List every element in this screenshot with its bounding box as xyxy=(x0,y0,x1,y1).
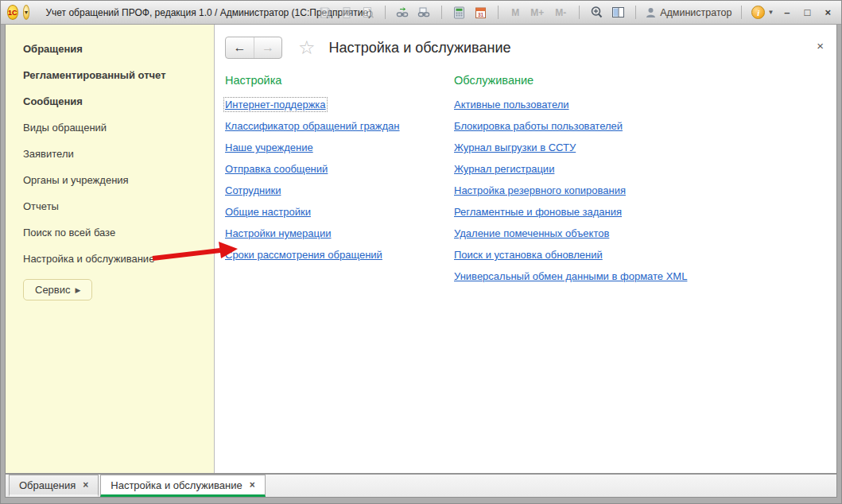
window-tab[interactable]: Настройка и обслуживание × xyxy=(100,475,265,497)
chevron-right-icon: ▶ xyxy=(76,286,81,294)
sidebar-item[interactable]: Заявители xyxy=(23,141,214,167)
toolbar-separator xyxy=(498,6,499,19)
settings-link[interactable]: Общие настройки xyxy=(225,206,311,218)
main-content: ← → ☆ Настройка и обслуживание × Настрой… xyxy=(215,25,836,473)
list-item: Журнал выгрузки в ССТУ xyxy=(454,137,687,158)
print-preview-icon[interactable] xyxy=(360,6,375,20)
sidebar-item[interactable]: Обращения xyxy=(23,36,214,62)
column-settings: Настройка Интернет-поддержка Классификат… xyxy=(225,74,454,287)
list-item: Сотрудники xyxy=(225,180,454,201)
service-button[interactable]: Сервис ▶ xyxy=(23,279,92,300)
chevron-down-icon: ▼ xyxy=(767,9,774,16)
main-menu-button[interactable]: ▼ xyxy=(23,5,30,20)
list-item: Настройки нумерации xyxy=(225,223,454,244)
zoom-icon[interactable] xyxy=(589,6,604,20)
favorite-star-icon[interactable]: ☆ xyxy=(298,38,316,57)
list-item: Поиск и установка обновлений xyxy=(454,244,687,266)
memory-buttons: MM+M- xyxy=(508,7,569,18)
maintenance-link[interactable]: Активные пользователи xyxy=(454,99,569,110)
sidebar-item[interactable]: Виды обращений xyxy=(23,114,214,141)
forward-button[interactable]: → xyxy=(254,37,281,58)
tab-label: Настройка и обслуживание xyxy=(111,479,242,491)
list-item: Настройка резервного копирования xyxy=(454,180,687,201)
sidebar: Обращения Регламентированный отчет Сообщ… xyxy=(6,25,215,473)
split-window-icon[interactable] xyxy=(611,6,626,20)
list-item: Общие настройки xyxy=(225,201,454,223)
settings-link[interactable]: Наше учреждение xyxy=(225,142,313,153)
settings-link[interactable]: Интернет-поддержка xyxy=(225,99,326,110)
service-button-label: Сервис xyxy=(35,284,71,296)
list-item: Наше учреждение xyxy=(225,137,454,158)
list-item: Отправка сообщений xyxy=(225,158,454,180)
maintenance-link[interactable]: Журнал выгрузки в ССТУ xyxy=(454,142,576,153)
print-icon[interactable] xyxy=(339,6,354,20)
window-tab[interactable]: Обращения × xyxy=(9,475,99,497)
sidebar-item[interactable]: Сообщения xyxy=(23,88,214,114)
list-item: Активные пользователи xyxy=(454,94,687,115)
1c-logo-icon: 1С xyxy=(7,5,18,20)
maintenance-link[interactable]: Журнал регистрации xyxy=(454,163,554,175)
go-to-link-icon[interactable] xyxy=(417,6,432,20)
maintenance-link-list: Активные пользователи Блокировка работы … xyxy=(454,94,687,287)
list-item: Интернет-поддержка xyxy=(225,94,454,115)
toolbar-separator xyxy=(579,6,580,19)
get-link-icon[interactable] xyxy=(395,6,410,20)
settings-link[interactable]: Настройки нумерации xyxy=(225,227,332,239)
sidebar-item[interactable]: Настройка и обслуживание xyxy=(23,246,214,272)
maintenance-link[interactable]: Регламентные и фоновые задания xyxy=(454,206,622,218)
toolbar-separator xyxy=(741,6,742,19)
maximize-button[interactable]: □ xyxy=(801,6,815,18)
settings-link[interactable]: Сотрудники xyxy=(225,184,281,196)
memory-button[interactable]: M- xyxy=(553,7,568,18)
settings-link-list: Интернет-поддержка Классификатор обращен… xyxy=(225,94,454,266)
tab-label: Обращения xyxy=(19,479,76,491)
maintenance-link[interactable]: Поиск и установка обновлений xyxy=(454,249,603,261)
minimize-button[interactable]: – xyxy=(780,6,793,18)
memory-button[interactable]: M+ xyxy=(529,7,545,18)
tab-close-icon[interactable]: × xyxy=(250,479,255,490)
sidebar-item[interactable]: Регламентированный отчет xyxy=(23,62,214,88)
settings-link[interactable]: Отправка сообщений xyxy=(225,163,328,175)
sidebar-menu: Обращения Регламентированный отчет Сообщ… xyxy=(23,36,214,272)
list-item: Сроки рассмотрения обращений xyxy=(225,244,454,266)
column-header: Настройка xyxy=(225,74,454,87)
close-section-icon[interactable]: × xyxy=(817,39,824,52)
sidebar-item[interactable]: Отчеты xyxy=(23,193,214,219)
back-button[interactable]: ← xyxy=(226,37,254,58)
sidebar-item[interactable]: Поиск по всей базе xyxy=(23,219,214,246)
calculator-icon[interactable] xyxy=(452,6,467,20)
maintenance-link[interactable]: Универсальный обмен данными в формате XM… xyxy=(454,270,687,282)
settings-columns: Настройка Интернет-поддержка Классификат… xyxy=(225,74,825,287)
memory-button[interactable]: M xyxy=(510,7,521,18)
titlebar-left: 1С ▼ Учет обращений ПРОФ, редакция 1.0 /… xyxy=(7,5,317,20)
open-windows-tabbar: Обращения × Настройка и обслуживание × xyxy=(5,474,837,498)
titlebar-toolbar: 31 MM+M- Администратор i ▼ – xyxy=(317,6,835,20)
calendar-icon[interactable]: 31 xyxy=(473,6,488,20)
maintenance-link[interactable]: Настройка резервного копирования xyxy=(454,184,626,196)
maintenance-link[interactable]: Блокировка работы пользователей xyxy=(454,120,623,132)
current-user-indicator[interactable]: Администратор xyxy=(646,7,731,18)
settings-link[interactable]: Сроки рассмотрения обращений xyxy=(225,249,382,261)
info-icon: i xyxy=(751,6,765,19)
close-button[interactable]: × xyxy=(821,6,835,18)
list-item: Журнал регистрации xyxy=(454,158,687,180)
list-item: Классификатор обращений граждан xyxy=(225,115,454,137)
page-title: Настройка и обслуживание xyxy=(329,40,511,56)
tab-close-icon[interactable]: × xyxy=(83,479,88,490)
history-nav-group: ← → xyxy=(225,37,282,59)
toolbar-separator xyxy=(385,6,386,19)
navigation-row: ← → ☆ Настройка и обслуживание xyxy=(225,37,825,59)
sidebar-item[interactable]: Органы и учреждения xyxy=(23,167,214,193)
list-item: Удаление помеченных объектов xyxy=(454,223,687,244)
user-icon xyxy=(646,7,656,18)
client-area: Обращения Регламентированный отчет Сообщ… xyxy=(5,25,837,474)
maintenance-link[interactable]: Удаление помеченных объектов xyxy=(454,227,609,239)
save-icon[interactable] xyxy=(317,6,332,20)
settings-link[interactable]: Классификатор обращений граждан xyxy=(225,120,400,132)
titlebar: 1С ▼ Учет обращений ПРОФ, редакция 1.0 /… xyxy=(1,1,841,25)
toolbar-separator xyxy=(635,6,636,19)
list-item: Блокировка работы пользователей xyxy=(454,115,687,137)
app-window: 1С ▼ Учет обращений ПРОФ, редакция 1.0 /… xyxy=(0,0,842,504)
info-menu-button[interactable]: i ▼ xyxy=(751,6,774,19)
user-label: Администратор xyxy=(660,7,731,18)
